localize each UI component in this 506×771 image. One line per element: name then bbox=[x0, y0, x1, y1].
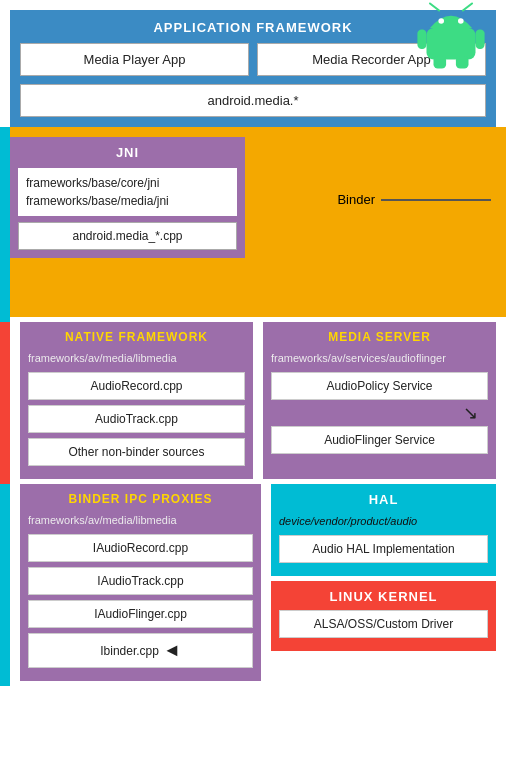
svg-point-2 bbox=[458, 18, 464, 24]
svg-rect-7 bbox=[434, 56, 447, 69]
native-item-2: Other non-binder sources bbox=[28, 438, 245, 466]
svg-rect-8 bbox=[456, 56, 469, 69]
binder-ipc-item-1: IAudioTrack.cpp bbox=[28, 567, 253, 595]
binder-ipc-section: BINDER IPC PROXIES frameworks/av/media/l… bbox=[20, 484, 261, 681]
linux-kernel-section: LINUX KERNEL ALSA/OSS/Custom Driver bbox=[271, 581, 496, 651]
media-server-path: frameworks/av/services/audioflinger bbox=[271, 350, 488, 366]
hal-title: HAL bbox=[279, 492, 488, 507]
linux-kernel-item: ALSA/OSS/Custom Driver bbox=[279, 610, 488, 638]
native-framework-section: NATIVE FRAMEWORK frameworks/av/media/lib… bbox=[20, 322, 253, 479]
arrow-left-icon: ◄ bbox=[163, 640, 181, 661]
arrow-down-right: ↘ bbox=[271, 402, 478, 424]
binder-ipc-item-0: IAudioRecord.cpp bbox=[28, 534, 253, 562]
binder-label: Binder bbox=[337, 192, 491, 207]
hal-item: Audio HAL Implementation bbox=[279, 535, 488, 563]
middle-row: NATIVE FRAMEWORK frameworks/av/media/lib… bbox=[0, 322, 506, 484]
svg-point-1 bbox=[438, 18, 444, 24]
cyan-left-bar-bottom bbox=[0, 484, 10, 686]
svg-rect-0 bbox=[427, 28, 476, 60]
svg-rect-6 bbox=[476, 29, 485, 49]
jni-paths: frameworks/base/core/jni frameworks/base… bbox=[18, 168, 237, 216]
binder-ipc-item-2: IAudioFlinger.cpp bbox=[28, 600, 253, 628]
binder-ipc-path: frameworks/av/media/libmedia bbox=[28, 512, 253, 528]
svg-rect-5 bbox=[417, 29, 426, 49]
media-server-section: MEDIA SERVER frameworks/av/services/audi… bbox=[263, 322, 496, 479]
media-player-app-box: Media Player App bbox=[20, 43, 249, 76]
hal-path: device/vendor/product/audio bbox=[279, 513, 488, 529]
media-server-item-0: AudioPolicy Service bbox=[271, 372, 488, 400]
hal-section: HAL device/vendor/product/audio Audio HA… bbox=[271, 484, 496, 576]
android-media-box: android.media.* bbox=[20, 84, 486, 117]
jni-cpp: android.media_*.cpp bbox=[18, 222, 237, 250]
right-column: HAL device/vendor/product/audio Audio HA… bbox=[271, 484, 496, 681]
android-logo bbox=[416, 0, 486, 70]
jni-title: JNI bbox=[18, 145, 237, 160]
cyan-left-bar bbox=[0, 127, 10, 322]
svg-line-4 bbox=[463, 4, 472, 11]
binder-ipc-item-3: Ibinder.cpp ◄ bbox=[28, 633, 253, 668]
media-server-title: MEDIA SERVER bbox=[271, 330, 488, 344]
media-server-item-1: AudioFlinger Service bbox=[271, 426, 488, 454]
linux-kernel-title: LINUX KERNEL bbox=[279, 589, 488, 604]
native-framework-path: frameworks/av/media/libmedia bbox=[28, 350, 245, 366]
jni-section: JNI frameworks/base/core/jni frameworks/… bbox=[10, 137, 245, 258]
binder-ipc-title: BINDER IPC PROXIES bbox=[28, 492, 253, 506]
svg-line-3 bbox=[430, 4, 439, 11]
bottom-row: BINDER IPC PROXIES frameworks/av/media/l… bbox=[0, 484, 506, 686]
native-item-0: AudioRecord.cpp bbox=[28, 372, 245, 400]
red-left-bar-middle bbox=[0, 322, 10, 484]
native-item-1: AudioTrack.cpp bbox=[28, 405, 245, 433]
native-framework-title: NATIVE FRAMEWORK bbox=[28, 330, 245, 344]
